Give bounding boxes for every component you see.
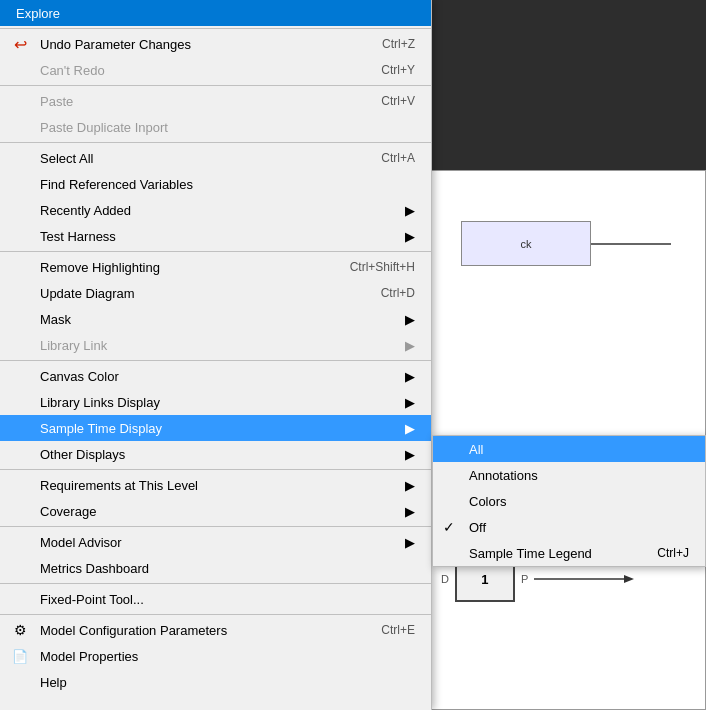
separator-9: [0, 614, 431, 615]
menu-item-canvas-color[interactable]: Canvas Color ▶: [0, 363, 431, 389]
menu-item-canvas-color-label: Canvas Color: [40, 369, 119, 384]
separator-7: [0, 526, 431, 527]
submenu-sample-time-display: All Annotations Colors ✓ Off Sample Time…: [432, 435, 706, 567]
canvas-block-top: ck: [461, 221, 591, 266]
menu-item-select-all-label: Select All: [40, 151, 93, 166]
menu-item-paste-label: Paste: [40, 94, 73, 109]
menu-item-find-ref-vars[interactable]: Find Referenced Variables: [0, 171, 431, 197]
menu-item-other-displays[interactable]: Other Displays ▶: [0, 441, 431, 467]
canvas-arrow: [534, 569, 634, 589]
library-links-display-arrow: ▶: [385, 395, 415, 410]
menu-item-fixed-point-tool-label: Fixed-Point Tool...: [40, 592, 144, 607]
separator-8: [0, 583, 431, 584]
menu-item-explore[interactable]: Explore: [0, 0, 431, 26]
separator-2: [0, 85, 431, 86]
separator-4: [0, 251, 431, 252]
menu-item-find-ref-vars-label: Find Referenced Variables: [40, 177, 193, 192]
menu-item-sample-time-display[interactable]: Sample Time Display ▶: [0, 415, 431, 441]
menu-item-model-config-params-label: Model Configuration Parameters: [40, 623, 227, 638]
coverage-arrow: ▶: [385, 504, 415, 519]
menu-item-test-harness[interactable]: Test Harness ▶: [0, 223, 431, 249]
menu-item-remove-highlighting-label: Remove Highlighting: [40, 260, 160, 275]
menu-item-recently-added-label: Recently Added: [40, 203, 131, 218]
menu-item-remove-highlighting-shortcut: Ctrl+Shift+H: [310, 260, 415, 274]
menu-item-update-diagram[interactable]: Update Diagram Ctrl+D: [0, 280, 431, 306]
menu-item-paste: Paste Ctrl+V: [0, 88, 431, 114]
menu-item-metrics-dashboard[interactable]: Metrics Dashboard: [0, 555, 431, 581]
menu-item-library-link-label: Library Link: [40, 338, 107, 353]
menu-item-recently-added[interactable]: Recently Added ▶: [0, 197, 431, 223]
recently-added-arrow: ▶: [385, 203, 415, 218]
menu-item-undo-label: Undo Parameter Changes: [40, 37, 191, 52]
menu-item-redo-shortcut: Ctrl+Y: [341, 63, 415, 77]
menu-item-remove-highlighting[interactable]: Remove Highlighting Ctrl+Shift+H: [0, 254, 431, 280]
submenu-item-off-label: Off: [469, 520, 486, 535]
port-label-d: D: [441, 573, 449, 585]
menu-item-redo: Can't Redo Ctrl+Y: [0, 57, 431, 83]
test-harness-arrow: ▶: [385, 229, 415, 244]
menu-item-undo[interactable]: ↩ Undo Parameter Changes Ctrl+Z: [0, 31, 431, 57]
menu-item-paste-duplicate: Paste Duplicate Inport: [0, 114, 431, 140]
menu-item-explore-label: Explore: [16, 6, 60, 21]
menu-item-update-diagram-shortcut: Ctrl+D: [341, 286, 415, 300]
menu-item-coverage-label: Coverage: [40, 504, 96, 519]
submenu-item-off[interactable]: ✓ Off: [433, 514, 705, 540]
canvas-block-top-label: ck: [521, 238, 532, 250]
undo-icon: ↩: [10, 34, 30, 54]
menu-item-sample-time-display-label: Sample Time Display: [40, 421, 162, 436]
submenu-item-all-label: All: [469, 442, 483, 457]
menu-item-model-config-params-shortcut: Ctrl+E: [341, 623, 415, 637]
submenu-item-annotations-label: Annotations: [469, 468, 538, 483]
menu-item-model-properties-label: Model Properties: [40, 649, 138, 664]
menu-item-test-harness-label: Test Harness: [40, 229, 116, 244]
gear-icon: ⚙: [10, 620, 30, 640]
menu-item-coverage[interactable]: Coverage ▶: [0, 498, 431, 524]
menu-item-mask-label: Mask: [40, 312, 71, 327]
menu-item-model-advisor-label: Model Advisor: [40, 535, 122, 550]
submenu-item-colors[interactable]: Colors: [433, 488, 705, 514]
requirements-at-level-arrow: ▶: [385, 478, 415, 493]
menu-item-requirements-at-level-label: Requirements at This Level: [40, 478, 198, 493]
separator-3: [0, 142, 431, 143]
menu-item-metrics-dashboard-label: Metrics Dashboard: [40, 561, 149, 576]
submenu-item-annotations[interactable]: Annotations: [433, 462, 705, 488]
menu-item-select-all[interactable]: Select All Ctrl+A: [0, 145, 431, 171]
library-link-arrow: ▶: [385, 338, 415, 353]
submenu-item-sample-time-legend[interactable]: Sample Time Legend Ctrl+J: [433, 540, 705, 566]
menu-item-model-properties[interactable]: 📄 Model Properties: [0, 643, 431, 669]
menu-item-library-links-display-label: Library Links Display: [40, 395, 160, 410]
sample-time-display-arrow: ▶: [385, 421, 415, 436]
submenu-item-sample-time-legend-label: Sample Time Legend: [469, 546, 592, 561]
menu-item-model-advisor[interactable]: Model Advisor ▶: [0, 529, 431, 555]
model-advisor-arrow: ▶: [385, 535, 415, 550]
separator-6: [0, 469, 431, 470]
menu-item-paste-shortcut: Ctrl+V: [341, 94, 415, 108]
menu-item-update-diagram-label: Update Diagram: [40, 286, 135, 301]
menu-item-mask[interactable]: Mask ▶: [0, 306, 431, 332]
off-check-icon: ✓: [443, 519, 455, 535]
menu-item-requirements-at-level[interactable]: Requirements at This Level ▶: [0, 472, 431, 498]
mask-arrow: ▶: [385, 312, 415, 327]
menu-item-help[interactable]: Help: [0, 669, 431, 695]
canvas-block2-label: 1: [481, 572, 488, 587]
document-icon: 📄: [10, 646, 30, 666]
menu-item-library-links-display[interactable]: Library Links Display ▶: [0, 389, 431, 415]
menu-item-other-displays-label: Other Displays: [40, 447, 125, 462]
menu-item-fixed-point-tool[interactable]: Fixed-Point Tool...: [0, 586, 431, 612]
menu-item-redo-label: Can't Redo: [40, 63, 105, 78]
submenu-item-sample-time-legend-shortcut: Ctrl+J: [637, 546, 689, 560]
separator-1: [0, 28, 431, 29]
menu-item-help-label: Help: [40, 675, 67, 690]
submenu-item-colors-label: Colors: [469, 494, 507, 509]
submenu-item-all[interactable]: All: [433, 436, 705, 462]
menu-item-undo-shortcut: Ctrl+Z: [342, 37, 415, 51]
other-displays-arrow: ▶: [385, 447, 415, 462]
menu-item-model-config-params[interactable]: ⚙ Model Configuration Parameters Ctrl+E: [0, 617, 431, 643]
menu-item-paste-duplicate-label: Paste Duplicate Inport: [40, 120, 168, 135]
canvas-color-arrow: ▶: [385, 369, 415, 384]
port-label-p: P: [521, 573, 528, 585]
menu-item-library-link: Library Link ▶: [0, 332, 431, 358]
svg-marker-2: [624, 575, 634, 583]
separator-5: [0, 360, 431, 361]
context-menu: Explore ↩ Undo Parameter Changes Ctrl+Z …: [0, 0, 432, 710]
